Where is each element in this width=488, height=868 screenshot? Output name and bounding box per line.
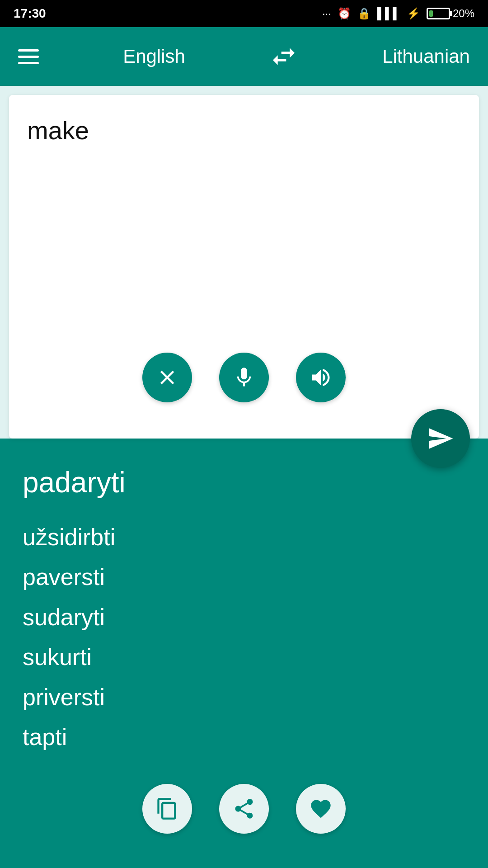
menu-line-3 [18, 62, 39, 64]
result-area: padaryti užsidirbti paversti sudaryti su… [0, 439, 488, 868]
translate-fab-button[interactable] [411, 409, 470, 468]
dots-icon: ··· [322, 7, 331, 20]
result-actions [23, 784, 465, 852]
secondary-translations: užsidirbti paversti sudaryti sukurti pri… [23, 517, 465, 757]
swap-languages-button[interactable] [269, 42, 298, 71]
alt-translation-4: sukurti [23, 644, 92, 670]
battery-text: 20% [453, 7, 474, 20]
alarm-icon: ⏰ [338, 7, 351, 20]
signal-icon: ▌▌▌ [377, 7, 400, 20]
copy-button[interactable] [142, 784, 192, 834]
battery-container: 20% [427, 7, 474, 20]
battery-bar [427, 8, 450, 19]
source-language[interactable]: English [123, 46, 185, 67]
target-language[interactable]: Lithuanian [382, 46, 470, 67]
input-area: make [9, 95, 479, 439]
alt-translation-2: paversti [23, 564, 105, 590]
speak-button[interactable] [296, 353, 346, 402]
bolt-icon: ⚡ [407, 7, 420, 20]
menu-line-2 [18, 56, 39, 58]
menu-line-1 [18, 49, 39, 52]
status-time: 17:30 [14, 6, 46, 21]
alt-translation-6: tapti [23, 724, 67, 750]
microphone-button[interactable] [219, 353, 269, 402]
status-icons: ··· ⏰ 🔒 ▌▌▌ ⚡ 20% [322, 7, 474, 20]
favorite-button[interactable] [296, 784, 346, 834]
share-button[interactable] [219, 784, 269, 834]
clear-button[interactable] [142, 353, 192, 402]
alt-translation-5: priversti [23, 684, 105, 710]
battery-fill [429, 10, 433, 17]
primary-translation: padaryti [23, 466, 465, 499]
toolbar: English Lithuanian [0, 27, 488, 86]
status-bar: 17:30 ··· ⏰ 🔒 ▌▌▌ ⚡ 20% [0, 0, 488, 27]
alt-translation-1: užsidirbti [23, 524, 115, 550]
input-text[interactable]: make [27, 113, 461, 339]
sim-icon: 🔒 [357, 7, 371, 20]
input-actions [27, 353, 461, 416]
menu-button[interactable] [18, 49, 39, 64]
alt-translation-3: sudaryti [23, 604, 105, 630]
